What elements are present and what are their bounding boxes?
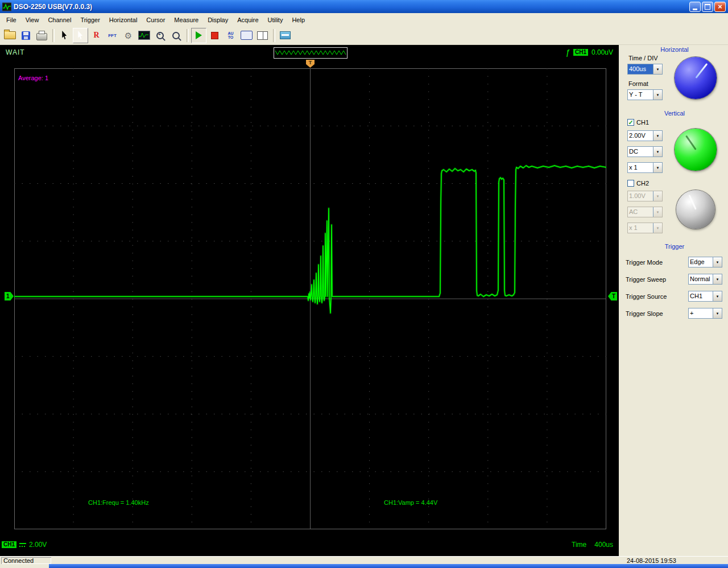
trigger-source-select[interactable]: CH1▼ — [688, 291, 722, 302]
trigger-position-marker[interactable]: T — [306, 60, 315, 68]
stop-acquisition-button[interactable] — [207, 28, 222, 43]
ch2-probe-select[interactable]: x 1 ▼ — [627, 223, 663, 233]
chevron-down-icon[interactable]: ▼ — [713, 291, 722, 301]
menu-item-measure[interactable]: Measure — [169, 15, 203, 25]
chevron-down-icon[interactable]: ▼ — [713, 308, 722, 318]
ch1-probe-select[interactable]: x 1 ▼ — [627, 162, 663, 173]
graticule — [14, 68, 606, 529]
trigger-group-title: Trigger — [621, 243, 728, 250]
time-per-div: 400us — [594, 541, 613, 549]
help-button[interactable] — [278, 28, 293, 43]
time-div-select[interactable]: 400us ▼ — [627, 64, 663, 75]
ch2-checkbox[interactable]: ✓ — [627, 180, 634, 187]
chevron-down-icon[interactable]: ▼ — [653, 207, 662, 217]
settings-button[interactable]: ⚙ — [121, 28, 136, 43]
chevron-down-icon[interactable]: ▼ — [653, 163, 662, 172]
application-window: DSO-2250 USB(V7.0.0.3) × FileViewChannel… — [0, 0, 728, 568]
trigger-source-label: Trigger Source — [626, 293, 667, 300]
ch1-volts-select[interactable]: 2.00V ▼ — [627, 130, 663, 141]
time-label: Time — [572, 541, 586, 549]
trigger-level-value: 0.00uV — [592, 48, 613, 56]
ch1-coupling-select[interactable]: DC ▼ — [627, 146, 663, 157]
autoset-button[interactable]: AUTO — [223, 28, 238, 43]
print-button[interactable] — [34, 28, 49, 43]
ch2-volts-select[interactable]: 1.00V ▼ — [627, 191, 663, 201]
zoom-out-button[interactable] — [168, 28, 184, 43]
chevron-down-icon[interactable]: ▼ — [653, 147, 662, 157]
chevron-down-icon[interactable]: ▼ — [713, 274, 722, 284]
ch2-coupling-select[interactable]: AC ▼ — [627, 207, 663, 217]
chevron-down-icon[interactable]: ▼ — [653, 191, 662, 201]
open-folder-icon — [4, 31, 16, 39]
ch1-checkbox-label: CH1 — [636, 119, 649, 126]
gear-icon: ⚙ — [125, 31, 132, 40]
scope-screen-icon — [241, 31, 253, 40]
menu-item-utility[interactable]: Utility — [263, 15, 288, 25]
chevron-down-icon[interactable]: ▼ — [653, 131, 662, 141]
zoom-in-button[interactable]: + — [152, 28, 168, 43]
stop-icon — [211, 32, 218, 39]
ch2-vertical-knob[interactable] — [676, 190, 715, 229]
cursor-measure-button[interactable] — [57, 28, 72, 43]
restore-button[interactable] — [702, 2, 713, 12]
layout-panels-button[interactable] — [255, 28, 270, 43]
ch1-vertical-knob[interactable] — [675, 129, 717, 171]
menu-item-trigger[interactable]: Trigger — [76, 15, 104, 25]
waveform-view-button[interactable] — [136, 28, 152, 43]
trigger-sweep-select[interactable]: Normal▼ — [688, 274, 722, 285]
chevron-down-icon[interactable]: ▼ — [713, 257, 722, 267]
control-panel: Horizontal Time / DIV 400us ▼ Format Y -… — [621, 45, 728, 556]
channel1-level-marker[interactable]: 1 — [5, 292, 14, 301]
connection-status: Connected — [1, 557, 51, 564]
menubar: FileViewChannelTriggerHorizontalCursorMe… — [0, 13, 728, 26]
trigger-readout: ƒ CH1 0.00uV — [565, 47, 613, 57]
toolbar: R FFT ⚙ + AUTO — [0, 26, 728, 45]
save-button[interactable] — [18, 28, 34, 43]
display-screen-button[interactable] — [239, 28, 254, 43]
r-icon: R — [93, 31, 99, 40]
trigger-edge-icon: ƒ — [565, 48, 570, 56]
format-value: Y - T — [628, 90, 653, 100]
zoom-in-icon: + — [156, 32, 164, 39]
dc-coupling-icon — [19, 542, 26, 548]
format-label: Format — [628, 80, 648, 87]
trigger-sweep-value: Normal — [689, 274, 713, 284]
minimize-button[interactable] — [689, 2, 701, 12]
format-select[interactable]: Y - T ▼ — [627, 89, 663, 100]
waveform-preview[interactable] — [274, 47, 348, 59]
scope-display[interactable]: Average: 1 T 1 T CH1:Frequ = 1.40kHz CH1… — [5, 60, 619, 533]
menu-item-channel[interactable]: Channel — [43, 15, 76, 25]
ch1-coupling-value: DC — [628, 147, 653, 157]
menu-item-horizontal[interactable]: Horizontal — [105, 15, 142, 25]
chevron-down-icon[interactable]: ▼ — [653, 223, 662, 233]
printer-icon — [36, 33, 47, 40]
refresh-button[interactable]: R — [89, 28, 104, 43]
start-acquisition-button[interactable] — [191, 28, 206, 43]
trigger-level-marker[interactable]: T — [608, 292, 617, 301]
menu-item-help[interactable]: Help — [287, 15, 309, 25]
menu-item-acquire[interactable]: Acquire — [233, 15, 263, 25]
horizontal-knob[interactable] — [675, 57, 717, 99]
ch2-volts-value: 1.00V — [628, 191, 653, 201]
chevron-down-icon[interactable]: ▼ — [653, 64, 662, 74]
trigger-slope-select[interactable]: +▼ — [688, 308, 722, 319]
trigger-row: Trigger Slope+▼ — [626, 308, 722, 319]
close-button[interactable]: × — [714, 2, 726, 12]
menu-item-file[interactable]: File — [2, 15, 21, 25]
ch1-checkbox[interactable]: ✓ — [627, 119, 634, 126]
average-label: Average: 1 — [18, 75, 48, 81]
pointer-tool-button[interactable] — [73, 28, 88, 43]
menu-item-view[interactable]: View — [21, 15, 44, 25]
trigger-mode-select[interactable]: Edge▼ — [688, 257, 722, 267]
toolbar-separator — [52, 29, 55, 42]
menu-item-display[interactable]: Display — [203, 15, 233, 25]
open-file-button[interactable] — [2, 28, 18, 43]
menu-item-cursor[interactable]: Cursor — [142, 15, 169, 25]
ch1-volts-per-div: 2.00V — [29, 541, 47, 549]
ch2-coupling-value: AC — [628, 207, 653, 217]
fft-button[interactable]: FFT — [105, 28, 120, 43]
acquisition-status: WAIT — [6, 48, 25, 56]
chevron-down-icon[interactable]: ▼ — [653, 90, 662, 100]
ch2-probe-value: x 1 — [628, 223, 653, 233]
titlebar[interactable]: DSO-2250 USB(V7.0.0.3) × — [0, 0, 728, 13]
